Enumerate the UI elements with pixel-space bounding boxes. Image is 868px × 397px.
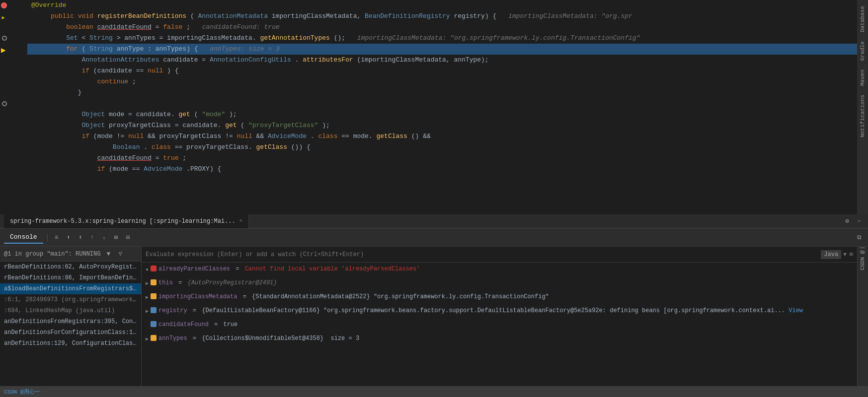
watch-item-candidateFound[interactable]: candidateFound = true (142, 318, 857, 332)
gutter-line-3[interactable] (0, 22, 23, 33)
frame-name-2: rBeanDefinitions:86, ImportBeanDefinitio… (4, 274, 141, 281)
frame-name-3: a$loadBeanDefinitionsFromRegistrars$1:39… (4, 285, 141, 292)
code-line-10 (27, 98, 857, 109)
code-indent-2 (31, 12, 47, 20)
stack-frame-3[interactable]: a$loadBeanDefinitionsFromRegistrars$1:39… (0, 283, 141, 294)
grid-view-icon[interactable]: ⊞ (111, 233, 121, 243)
watch-expand-arrow-5[interactable] (146, 320, 149, 331)
status-csdn: CSDN @用心一 (4, 388, 40, 396)
gutter-line-8[interactable] (0, 76, 23, 87)
watch-expand-arrow-6[interactable]: ▶ (146, 334, 149, 345)
breakpoint-circle-2[interactable] (2, 101, 7, 106)
watch-item-annTypes[interactable]: ▶ annTypes = {Collections$UnmodifiableSe… (142, 332, 857, 346)
debug-stack-panel: @1 in group "main": RUNNING ▼ ▽ rBeanDef… (0, 247, 142, 386)
gutter-line-13[interactable] (0, 131, 23, 142)
stack-frame-5[interactable]: :684, LinkedHashMap (java.util) (0, 305, 141, 316)
stack-frame-8[interactable]: anDefinitions:129, ConfigurationClassBea… (0, 338, 141, 349)
evaluate-input[interactable] (146, 251, 819, 258)
watch-expand-arrow-1[interactable]: ● (146, 265, 149, 275)
expand-panel-icon[interactable]: ⧉ (854, 233, 864, 243)
method-registerBeanDefs: registerBeanDefinitions (97, 12, 186, 20)
watch-icon-candidateFound (151, 321, 157, 327)
stack-frame-7[interactable]: anDefinitionsForConfigurationClass:157, … (0, 327, 141, 338)
editor-area: ➤ ▶ (0, 0, 868, 214)
breakpoint-circle[interactable] (2, 36, 7, 41)
expand-watch-icon[interactable]: ⊞ (850, 251, 853, 258)
code-line-2: public void registerBeanDefinitions ( An… (27, 11, 857, 22)
watch-val-annTypes: {Collections$UnmodifiableSet@4358} size … (202, 333, 359, 344)
right-status-panel: CSDN @用心一 (857, 247, 868, 386)
sidebar-tab-database[interactable]: Database (859, 2, 867, 36)
watch-input-row: Java ▼ ⊞ (142, 247, 857, 263)
scroll-up-icon[interactable]: ⬆ (64, 233, 74, 243)
breakpoint-dot[interactable] (1, 2, 7, 8)
lang-selector[interactable]: Java (821, 250, 841, 259)
sidebar-tab-maven[interactable]: Maven (859, 66, 867, 90)
stack-frame-1[interactable]: rBeanDefinitions:62, AutoProxyRegistrar … (0, 262, 141, 272)
stack-frame-2[interactable]: rBeanDefinitions:86, ImportBeanDefinitio… (0, 272, 141, 283)
watch-val-candidateFound: true (223, 319, 237, 330)
gutter-line-11[interactable] (0, 109, 23, 120)
gutter-line-6[interactable] (0, 55, 23, 66)
editor-right-sidebar: Database Gradle Maven Notifications (857, 0, 868, 214)
gutter-line-2[interactable]: ➤ (0, 11, 23, 22)
frame-loc-4: :6:1, 282496973 (org.springframework.con… (4, 296, 141, 303)
gutter-line-14[interactable] (0, 142, 23, 153)
settings-icon[interactable]: ⚙ (842, 216, 852, 226)
sidebar-tab-notifications[interactable]: Notifications (859, 91, 867, 141)
gutter-line-12[interactable] (0, 120, 23, 131)
filter-dropdown-icon[interactable]: ▽ (116, 250, 124, 258)
watch-expand-arrow-3[interactable]: ▶ (146, 292, 149, 303)
tab-right-icons: ⚙ − (842, 216, 864, 226)
code-line-15: candidateFound = true ; (27, 153, 857, 164)
watch-item-alreadyParsed[interactable]: ● alreadyParsedClasses = Cannot find loc… (142, 263, 857, 276)
stack-frame-6[interactable]: anDefinitionsFromRegistrars:395, Configu… (0, 316, 141, 327)
var-candidateFound-2: candidateFound (97, 154, 152, 162)
watch-item-this[interactable]: ▶ this = {AutoProxyRegistrar@2491} (142, 276, 857, 290)
watch-val-error-1: Cannot find local variable 'alreadyParse… (245, 264, 420, 274)
gutter-line-4[interactable] (0, 33, 23, 44)
code-line-12: Object proxyTargetClass = candidate. get… (27, 120, 857, 131)
watch-icon-registry (151, 307, 157, 313)
code-line-3: boolean candidateFound = false ; candida… (27, 22, 857, 33)
watch-icon-this (151, 279, 157, 285)
filter-icon[interactable]: ▼ (104, 250, 112, 258)
code-line-14: Boolean . class == proxyTargetClass. get… (27, 142, 857, 153)
code-line-16: if (mode == AdviceMode .PROXY) { (27, 164, 857, 175)
watch-expand-arrow-4[interactable]: ▶ (146, 306, 149, 317)
console-menu-icon[interactable]: ≡ (52, 233, 62, 243)
gutter-line-10[interactable] (0, 98, 23, 109)
watch-item-importingMeta[interactable]: ▶ importingClassMetadata = {StandardAnno… (142, 290, 857, 304)
stack-frame-4[interactable]: :6:1, 282496973 (org.springframework.con… (0, 294, 141, 305)
info-icon[interactable]: ᵢ (99, 233, 109, 243)
bottom-panel: Console ≡ ⬆ ⬇ ↑ ᵢ ⊞ ⊟ ⧉ @1 in group "mai… (0, 228, 868, 397)
code-line-1: @Override (27, 0, 857, 11)
bottom-content: @1 in group "main": RUNNING ▼ ▽ rBeanDef… (0, 247, 868, 386)
gutter-line-1[interactable] (0, 0, 23, 11)
frame-name-8: anDefinitions:129, ConfigurationClassBea… (4, 340, 141, 347)
gutter-line-9[interactable] (0, 87, 23, 98)
gutter-line-5[interactable]: ▶ (0, 44, 23, 55)
scroll-end-icon[interactable]: ↑ (87, 233, 97, 243)
code-line-13: if (mode != null && proxyTargetClass != … (27, 131, 857, 142)
scroll-down-icon[interactable]: ⬇ (76, 233, 85, 243)
gutter-line-15[interactable] (0, 153, 23, 164)
watch-val-importingMeta: {StandardAnnotationMetadata@2522} "org.s… (252, 291, 549, 302)
kw-void: void (78, 12, 93, 20)
code-line-7: if (candidate == null ) { (27, 66, 857, 76)
code-line-5: for ( String annType : annTypes) { annTy… (27, 44, 857, 55)
console-tab[interactable]: Console (4, 231, 43, 244)
code-line-8: continue ; (27, 76, 857, 87)
split-icon[interactable]: ⊟ (123, 233, 133, 243)
watch-item-registry[interactable]: ▶ registry = {DefaultListableBeanFactory… (142, 304, 857, 318)
frame-name-1: rBeanDefinitions:62, AutoProxyRegistrar … (4, 264, 141, 270)
close-tab-icon[interactable]: × (239, 214, 242, 228)
sidebar-tab-gradle[interactable]: Gradle (859, 37, 867, 65)
gutter-line-7[interactable] (0, 66, 23, 76)
lang-arrow[interactable]: ▼ (843, 252, 847, 258)
bottom-tab-spring[interactable]: spring-framework-5.3.x:spring-learning [… (4, 214, 249, 228)
minimize-icon[interactable]: − (854, 216, 864, 226)
watch-expand-arrow-2[interactable]: ▶ (146, 278, 149, 289)
code-line-4: Set < String > annTypes = importingClass… (27, 33, 857, 44)
bottom-status-bar: CSDN @用心一 (0, 386, 868, 397)
